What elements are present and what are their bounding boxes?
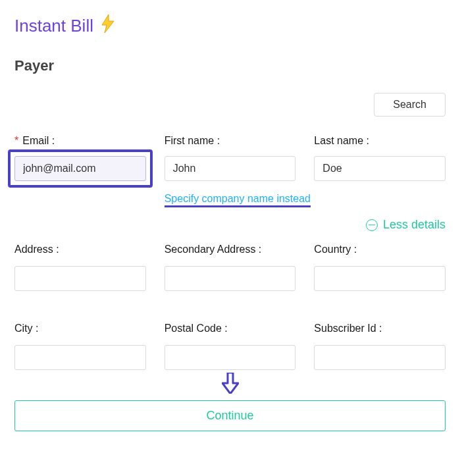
subscriber-id-input[interactable]	[314, 345, 446, 370]
postal-code-input[interactable]	[165, 345, 296, 370]
less-details-toggle[interactable]: Less details	[366, 218, 446, 232]
field-email: *Email :	[14, 135, 146, 188]
field-address: Address :	[14, 244, 146, 291]
address-input[interactable]	[14, 266, 146, 291]
field-secondary-address: Secondary Address :	[165, 244, 296, 291]
postal-code-label: Postal Code :	[165, 323, 296, 334]
search-button[interactable]: Search	[374, 93, 446, 117]
email-input[interactable]	[14, 156, 146, 181]
app-title-text: Instant Bill	[14, 16, 93, 36]
section-title: Payer	[14, 57, 446, 74]
lightning-icon	[101, 14, 115, 38]
city-label: City :	[14, 323, 146, 334]
specify-company-link[interactable]: Specify company name instead	[165, 193, 311, 207]
field-subscriber-id: Subscriber Id :	[314, 323, 446, 370]
email-label: *Email :	[14, 135, 146, 147]
last-name-label: Last name :	[314, 135, 446, 147]
subscriber-id-label: Subscriber Id :	[314, 323, 446, 334]
country-label: Country :	[314, 244, 446, 255]
secondary-address-label: Secondary Address :	[165, 244, 296, 255]
field-country: Country :	[314, 244, 446, 291]
company-link-row: Specify company name instead	[165, 193, 446, 205]
first-name-label: First name :	[165, 135, 296, 147]
field-city: City :	[14, 323, 146, 370]
less-details-label: Less details	[383, 218, 446, 232]
address-label: Address :	[14, 244, 146, 255]
email-highlight-box	[8, 149, 153, 188]
required-star: *	[14, 135, 18, 146]
minus-circle-icon	[366, 219, 378, 231]
app-title: Instant Bill	[14, 14, 446, 38]
secondary-address-input[interactable]	[165, 266, 296, 291]
first-name-input[interactable]	[165, 156, 296, 181]
svg-marker-0	[102, 14, 114, 33]
country-input[interactable]	[314, 266, 446, 291]
city-input[interactable]	[14, 345, 146, 370]
field-postal-code: Postal Code :	[165, 323, 296, 370]
continue-button[interactable]: Continue	[14, 400, 446, 431]
arrow-down-icon	[222, 373, 239, 394]
arrow-down-annotation	[14, 373, 446, 394]
field-first-name: First name :	[165, 135, 296, 188]
field-last-name: Last name :	[314, 135, 446, 188]
last-name-input[interactable]	[314, 156, 446, 181]
